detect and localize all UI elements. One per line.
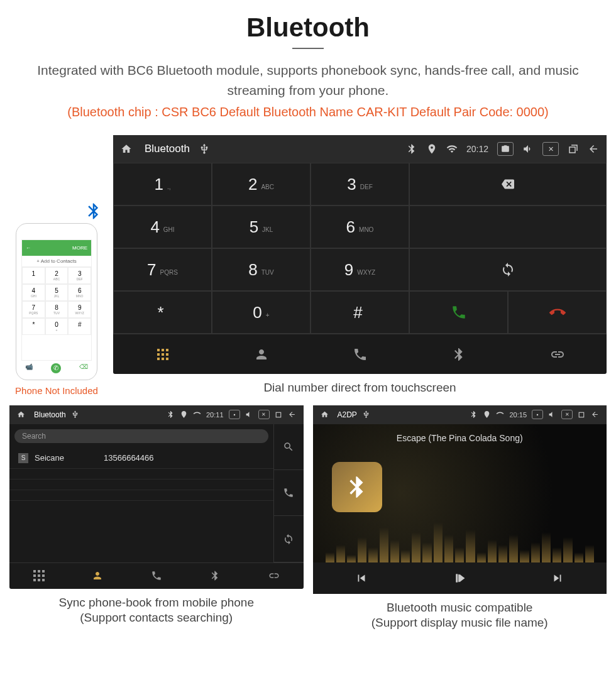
song-title: Escape (The Pina Colada Song)	[397, 433, 523, 443]
nav-contacts[interactable]	[212, 334, 311, 374]
call-button[interactable]	[274, 470, 304, 516]
nav-bluetooth[interactable]	[409, 334, 508, 374]
statusbar-title: A2DP	[338, 410, 357, 419]
hangup-button[interactable]	[508, 291, 607, 334]
album-art-icon	[332, 462, 382, 512]
wifi-icon	[446, 143, 458, 155]
dialer-screen: Bluetooth 20:12 ✕ 1.,2ABC3DEF4GHI5JKL6MN…	[113, 135, 607, 374]
location-icon	[483, 410, 491, 419]
bluetooth-icon	[167, 410, 175, 419]
search-input[interactable]: Search	[14, 429, 268, 443]
dialer-caption: Dial number direct from touchscreen	[113, 380, 607, 396]
recent-apps-icon[interactable]	[568, 143, 579, 155]
location-icon	[180, 410, 188, 419]
camera-icon[interactable]	[532, 410, 543, 419]
bluetooth-icon	[406, 143, 417, 155]
wifi-icon	[496, 410, 504, 419]
dial-key-6[interactable]: 6MNO	[311, 206, 409, 248]
usb-icon	[362, 410, 370, 419]
nav-dialpad[interactable]	[113, 334, 212, 374]
clock-time: 20:12	[466, 144, 488, 154]
contact-row-empty	[9, 480, 273, 490]
music-screen: A2DP 20:15 ✕ Escape (The Pina Colada Son…	[313, 405, 607, 594]
specs-text: (Bluetooth chip : CSR BC6 Default Blueto…	[0, 105, 616, 119]
dial-key-2[interactable]: 2ABC	[212, 163, 311, 206]
back-icon[interactable]	[288, 410, 296, 419]
usb-icon	[199, 143, 210, 155]
nav-dialpad[interactable]	[9, 562, 69, 589]
empty-cell	[409, 206, 607, 248]
contact-number: 13566664466	[104, 453, 154, 463]
statusbar-title: Bluetooth	[34, 410, 66, 419]
dial-key-#[interactable]: #	[311, 291, 409, 334]
volume-icon[interactable]	[522, 143, 534, 155]
statusbar-title: Bluetooth	[145, 143, 190, 155]
svg-point-2	[537, 414, 539, 415]
home-icon[interactable]	[321, 410, 329, 419]
contacts-caption: Sync phone-book from mobile phone(Suppor…	[9, 595, 304, 626]
call-button[interactable]	[409, 291, 508, 334]
location-icon	[426, 143, 437, 155]
dial-key-4[interactable]: 4GHI	[113, 206, 212, 248]
music-caption: Bluetooth music compatible(Support displ…	[313, 600, 607, 631]
camera-icon[interactable]	[229, 410, 240, 419]
subtitle-text: Integrated with BC6 Bluetooth module, su…	[0, 60, 616, 100]
volume-icon[interactable]	[548, 410, 556, 419]
dial-key-9[interactable]: 9WXYZ	[311, 248, 409, 291]
usb-icon	[71, 410, 79, 419]
prev-button[interactable]	[313, 562, 411, 594]
dial-pad: 1.,2ABC3DEF4GHI5JKL6MNO7PQRS8TUV9WXYZ*0+…	[113, 163, 607, 334]
svg-rect-3	[579, 412, 584, 417]
phone-mockup: ←MORE + Add to Contacts 12ABC3DEF4GHI5JK…	[16, 223, 97, 380]
nav-calllog[interactable]	[127, 562, 186, 589]
bluetooth-signal-icon	[84, 202, 103, 225]
svg-point-0	[233, 414, 235, 415]
page-title: Bluetooth	[0, 13, 616, 43]
contact-name: Seicane	[35, 453, 97, 463]
dial-key-1[interactable]: 1.,	[113, 163, 212, 206]
svg-rect-1	[276, 412, 281, 417]
volume-icon[interactable]	[245, 410, 253, 419]
next-button[interactable]	[509, 562, 607, 594]
contact-badge: S	[18, 453, 28, 463]
nav-pair[interactable]	[245, 562, 304, 589]
back-icon[interactable]	[588, 143, 599, 155]
nav-bluetooth[interactable]	[186, 562, 245, 589]
equalizer-viz	[313, 512, 607, 562]
contact-row-empty	[9, 490, 273, 501]
contact-row-empty	[9, 469, 273, 480]
dial-key-*[interactable]: *	[113, 291, 212, 334]
home-icon[interactable]	[17, 410, 25, 419]
clock-time: 20:11	[206, 411, 224, 419]
phone-caption: Phone Not Included	[9, 385, 104, 396]
home-icon[interactable]	[121, 143, 132, 155]
dial-key-5[interactable]: 5JKL	[212, 206, 311, 248]
title-divider	[292, 48, 324, 49]
redial-button[interactable]	[409, 248, 607, 291]
nav-contacts[interactable]	[69, 562, 128, 589]
search-button[interactable]	[274, 424, 304, 470]
sync-button[interactable]	[274, 516, 304, 562]
dial-key-8[interactable]: 8TUV	[212, 248, 311, 291]
close-app-icon[interactable]: ✕	[258, 410, 270, 419]
recent-apps-icon[interactable]	[275, 410, 283, 419]
contact-row[interactable]: S Seicane 13566664466	[9, 448, 273, 469]
close-app-icon[interactable]: ✕	[561, 410, 573, 419]
camera-icon[interactable]	[497, 142, 514, 156]
recent-apps-icon[interactable]	[578, 410, 586, 419]
backspace-button[interactable]	[409, 163, 607, 206]
play-pause-button[interactable]	[410, 562, 509, 594]
contacts-screen: Bluetooth 20:11 ✕ Search S Seicane	[9, 405, 304, 589]
wifi-icon	[193, 410, 201, 419]
bottom-nav	[113, 334, 607, 374]
nav-pair[interactable]	[508, 334, 607, 374]
close-app-icon[interactable]: ✕	[542, 142, 559, 156]
status-bar: Bluetooth 20:12 ✕	[113, 135, 607, 163]
dial-key-7[interactable]: 7PQRS	[113, 248, 212, 291]
dial-key-0[interactable]: 0+	[212, 291, 311, 334]
dial-key-3[interactable]: 3DEF	[311, 163, 409, 206]
nav-calllog[interactable]	[311, 334, 409, 374]
back-icon[interactable]	[591, 410, 599, 419]
clock-time: 20:15	[509, 411, 527, 419]
bluetooth-icon	[470, 410, 478, 419]
